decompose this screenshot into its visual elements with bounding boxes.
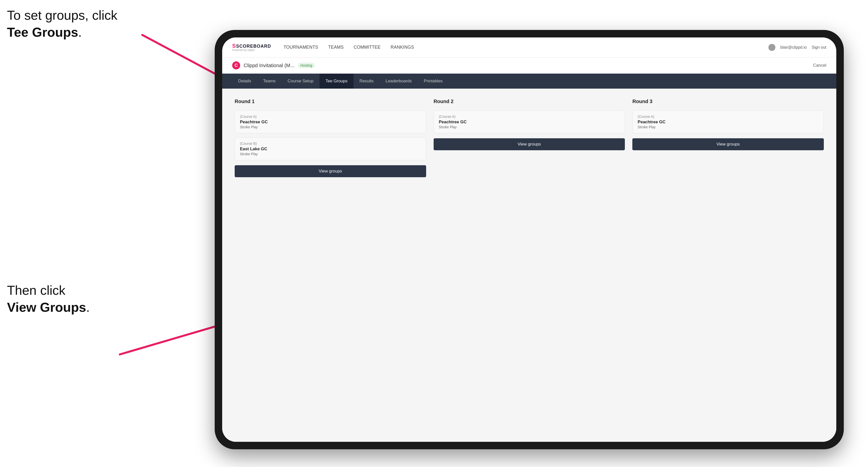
tab-results[interactable]: Results [353, 74, 380, 89]
avatar [768, 44, 775, 51]
round-3-course-a-card: (Course A) Peachtree GC Stroke Play [632, 110, 824, 133]
round-1-course-a-format: Stroke Play [240, 125, 421, 129]
round-3-title: Round 3 [632, 99, 824, 104]
sub-header: C Clippd Invitational (M... Hosting Canc… [222, 57, 836, 74]
nav-links: TOURNAMENTS TEAMS COMMITTEE RANKINGS [284, 45, 756, 50]
round-1-course-a-label: (Course A) [240, 115, 421, 119]
round-2-title: Round 2 [434, 99, 625, 104]
nav-rankings[interactable]: RANKINGS [391, 45, 414, 50]
tab-tee-groups[interactable]: Tee Groups [319, 74, 353, 89]
round-1-course-b-card: (Course B) East Lake GC Stroke Play [235, 137, 426, 160]
tournament-name: C Clippd Invitational (M... Hosting [232, 61, 315, 69]
round-3-course-a-format: Stroke Play [638, 125, 818, 129]
tournament-logo: C [232, 61, 240, 69]
round-1-title: Round 1 [235, 99, 426, 104]
round-1-course-a-card: (Course A) Peachtree GC Stroke Play [235, 110, 426, 133]
tab-teams[interactable]: Teams [257, 74, 282, 89]
hosting-badge: Hosting [298, 63, 314, 68]
cancel-button[interactable]: Cancel [813, 63, 826, 68]
round-3-course-a-name: Peachtree GC [638, 120, 818, 125]
user-email: blair@clippd.io [780, 45, 807, 50]
nav-tournaments[interactable]: TOURNAMENTS [284, 45, 318, 50]
top-navigation: SSCOREBOARD Powered by clippit TOURNAMEN… [222, 37, 836, 57]
round-2-course-a-label: (Course A) [439, 115, 620, 119]
nav-committee[interactable]: COMMITTEE [353, 45, 380, 50]
tabs-bar: Details Teams Course Setup Tee Groups Re… [222, 74, 836, 89]
round-1-view-groups-button[interactable]: View groups [235, 165, 426, 177]
rounds-container: Round 1 (Course A) Peachtree GC Stroke P… [235, 99, 824, 177]
tablet-device: SSCOREBOARD Powered by clippit TOURNAMEN… [215, 30, 844, 449]
round-2-course-a-format: Stroke Play [439, 125, 620, 129]
round-1-course-b-name: East Lake GC [240, 147, 421, 152]
tab-printables[interactable]: Printables [418, 74, 449, 89]
instruction-bottom: Then click View Groups. [7, 282, 90, 316]
round-3-column: Round 3 (Course A) Peachtree GC Stroke P… [632, 99, 824, 177]
nav-right: blair@clippd.io Sign out [768, 44, 826, 51]
round-3-course-a-label: (Course A) [638, 115, 818, 119]
round-1-course-b-format: Stroke Play [240, 152, 421, 156]
round-1-course-b-label: (Course B) [240, 142, 421, 146]
round-2-view-groups-button[interactable]: View groups [434, 138, 625, 150]
tab-leaderboards[interactable]: Leaderboards [380, 74, 418, 89]
round-1-column: Round 1 (Course A) Peachtree GC Stroke P… [235, 99, 426, 177]
round-2-column: Round 2 (Course A) Peachtree GC Stroke P… [434, 99, 625, 177]
main-content: Round 1 (Course A) Peachtree GC Stroke P… [222, 89, 836, 442]
tablet-screen: SSCOREBOARD Powered by clippit TOURNAMEN… [222, 37, 836, 442]
nav-teams[interactable]: TEAMS [328, 45, 343, 50]
tab-course-setup[interactable]: Course Setup [282, 74, 319, 89]
sign-out-link[interactable]: Sign out [812, 45, 826, 50]
tab-details[interactable]: Details [232, 74, 257, 89]
round-3-view-groups-button[interactable]: View groups [632, 138, 824, 150]
round-2-course-a-card: (Course A) Peachtree GC Stroke Play [434, 110, 625, 133]
round-1-course-a-name: Peachtree GC [240, 120, 421, 125]
instruction-top: To set groups, click Tee Groups. [7, 7, 117, 41]
round-2-course-a-name: Peachtree GC [439, 120, 620, 125]
logo: SSCOREBOARD Powered by clippit [232, 43, 271, 52]
